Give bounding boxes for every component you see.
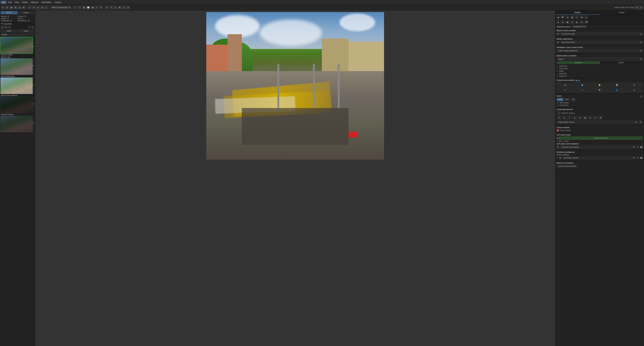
la-icon-1[interactable]: ⊟ (556, 116, 561, 120)
toolbar-btn-6[interactable]: ◐ (22, 6, 26, 10)
r-icon-view2[interactable]: ⬡ (575, 15, 579, 19)
view-list[interactable]: ≡ (8, 26, 11, 29)
grain-fractal-radio[interactable] (556, 104, 558, 106)
count-details[interactable]: Details: 11 (1, 18, 18, 20)
vmd-btn-circle[interactable]: ◎ (626, 88, 643, 92)
grain-tab-rgb[interactable]: RGB (556, 98, 563, 101)
view-sort[interactable]: ↕ (28, 26, 31, 29)
toolbar-btn-11[interactable]: ▷ (44, 6, 48, 10)
zoom-fit-btn[interactable]: ⊞ (635, 6, 639, 10)
tab-export[interactable]: Export (600, 10, 644, 15)
menu-extras[interactable]: Extras (21, 1, 29, 4)
preset-natural-dark-shadows[interactable]: Natural Dark shadows ▶ (0, 94, 35, 113)
vmd-btn-tree[interactable]: 🌳 (591, 88, 608, 92)
profile-select[interactable]: HDR 10 professional (50, 6, 71, 10)
motion-algorithms-select[interactable]: Add motion (HSV) (560, 40, 643, 44)
toolbar-btn-16[interactable]: ▣ (91, 6, 94, 10)
intelligent-colour-select[interactable]: Colour median (balanced) (556, 49, 643, 52)
view-filter[interactable]: ⊡ (31, 26, 34, 29)
menu-edit[interactable]: Edit (7, 1, 13, 4)
r-icon-view4[interactable]: ≡ (584, 15, 588, 19)
inactive-tab[interactable]: Inactive (600, 62, 643, 64)
preset-natural-light[interactable]: Natural Light ▶ (0, 56, 35, 75)
ai-browse-1[interactable]: ▼ (636, 156, 639, 159)
la-icon-6[interactable]: ▦ (582, 116, 587, 120)
grain-tab-ibl[interactable]: IBL (571, 98, 576, 101)
r-icon-compare[interactable]: ⊟ (565, 15, 570, 19)
toolbar-btn-13[interactable]: ⬛ (78, 6, 82, 10)
toolbar-btn-19[interactable]: ◎ (105, 6, 109, 10)
count-colours[interactable]: Colours: 15 (18, 16, 34, 17)
selective-drawing-toggle[interactable]: ◁ (556, 111, 561, 115)
r-icon-adjust6[interactable]: ⊕ (580, 20, 584, 24)
toolbar-btn-5[interactable]: ⊟ (18, 6, 22, 10)
toolbar-btn-18[interactable]: ⊛ (99, 6, 103, 10)
r-icon-adjust2[interactable]: ⊟ (561, 20, 565, 24)
lut-browse-1[interactable]: ▼ (636, 146, 639, 148)
la-icon-4[interactable]: ☁ (572, 116, 577, 120)
tab-custom[interactable]: Custom (18, 11, 34, 14)
ai-filter-radio[interactable] (556, 157, 558, 159)
import-btn[interactable]: Import (1, 30, 17, 32)
export-btn[interactable]: Export (18, 30, 34, 32)
la-icon-5[interactable]: ⊞ (578, 116, 582, 120)
r-icon-adjust1[interactable]: ◈ (556, 20, 560, 24)
la-icon-3[interactable]: ≡ (567, 116, 572, 120)
r-icon-adjust4[interactable]: ☰ (570, 20, 574, 24)
toolbar-btn-21[interactable]: ↻ (113, 6, 117, 10)
optimisation-select[interactable]: Natural (556, 57, 643, 61)
toolbar-btn-10[interactable]: ◈ (40, 6, 44, 10)
tab-all[interactable]: All: 81 (1, 11, 18, 14)
grain-tab-hsv[interactable]: HSV (564, 98, 570, 101)
view-grid-large[interactable]: ⊟ (4, 26, 8, 29)
grain-toggle[interactable]: ◁ (640, 95, 643, 98)
vmd-btn-person[interactable]: 👤 (608, 88, 626, 92)
vmd-btn-mountain[interactable]: ⛰ (556, 82, 574, 87)
count-landscape[interactable]: Landscape: 15 (1, 20, 18, 22)
toolbar-btn-20[interactable]: ↺ (109, 6, 113, 10)
vmd-btn-drop[interactable]: 💧 (574, 82, 591, 87)
toolbar-btn-24[interactable]: ⊞ (126, 6, 130, 10)
vmd-btn-arch[interactable]: ⊞ (626, 82, 643, 87)
ai-browse-2[interactable]: 📁 (640, 156, 643, 159)
menu-licence[interactable]: Licence (53, 1, 63, 4)
view-grid-small[interactable]: ⊞ (1, 26, 4, 29)
menu-view[interactable]: View (14, 1, 20, 4)
create-photo-style-btn[interactable]: Create photo style (559, 136, 643, 140)
r-icon-adjust5[interactable]: ◐ (575, 20, 579, 24)
toolbar-btn-22[interactable]: ⚡ (118, 6, 122, 10)
la-icon-7[interactable]: ◎ (588, 116, 592, 120)
preset-natural-shadows[interactable]: Natural Shadows ▶ (0, 114, 35, 132)
toolbar-btn-14[interactable]: ▦ (82, 6, 86, 10)
r-icon-back[interactable]: ◀ (556, 15, 560, 19)
ambient-light-toggle[interactable]: ▼ (638, 120, 643, 124)
zoom-reset-btn[interactable]: ⊡ (639, 6, 643, 10)
count-architecture[interactable]: Architecture: 15 (18, 20, 34, 22)
toolbar-btn-12[interactable]: ⬚ (73, 6, 77, 10)
fold-radio-btn[interactable] (556, 140, 558, 142)
tab-finalise[interactable]: Finalise (555, 10, 600, 15)
r-icon-view3[interactable]: ⊞ (580, 15, 584, 19)
open-correction-btn[interactable]: Open correction window (556, 164, 578, 168)
lut-browse-2[interactable]: 📁 (640, 146, 643, 148)
la-icon-8[interactable]: ⊡ (593, 116, 598, 120)
vmd-btn-sun[interactable]: ☀ (556, 88, 574, 92)
r-icon-zoom-in[interactable]: 🔍 (561, 15, 565, 19)
motion-fusion-select[interactable]: No specific profile (560, 32, 643, 36)
count-soft[interactable]: Soft: 11 (18, 18, 34, 20)
lut-active-radio[interactable] (556, 137, 558, 139)
r-icon-view1[interactable]: ▦ (570, 15, 574, 19)
toolbar-btn-4[interactable]: ▤ (14, 6, 17, 10)
ambient-light-select[interactable]: Ambient light: Inactive (556, 120, 638, 124)
toolbar-btn-7[interactable]: ✎ (28, 6, 32, 10)
menu-information[interactable]: Information (40, 1, 53, 4)
vmd-btn-wave[interactable]: 〜 (574, 88, 591, 92)
preset-natural-bright[interactable]: Natural Bright light ▶ (0, 75, 35, 94)
toolbar-btn-23[interactable]: ☁ (122, 6, 126, 10)
activated-tab[interactable]: Activated (557, 62, 600, 64)
cube-radio-btn[interactable] (562, 140, 564, 142)
vmd-btn-animal[interactable]: 🐕 (608, 82, 626, 87)
toolbar-btn-3[interactable]: ▣ (10, 6, 13, 10)
preset-natural-original[interactable]: Natural Original ▶ (0, 37, 35, 56)
toolbar-btn-2[interactable]: ⊞ (5, 6, 9, 10)
